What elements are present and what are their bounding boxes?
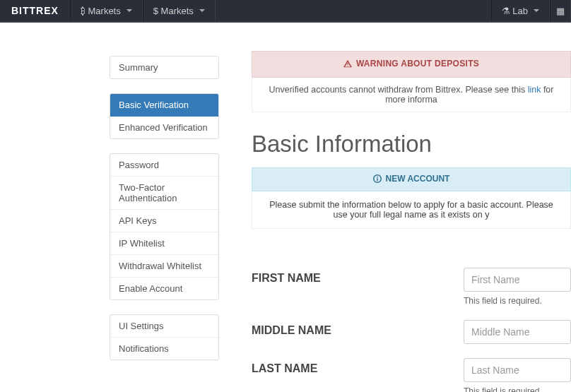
sidebar-item-notifications[interactable]: Notifications	[110, 338, 218, 360]
last-name-input[interactable]	[464, 358, 571, 382]
svg-rect-2	[377, 177, 378, 178]
sidebar-item-ui-settings[interactable]: UI Settings	[110, 315, 218, 338]
nav-markets-btc[interactable]: ₿ Markets	[70, 0, 143, 21]
basic-info-form: FIRST NAME This field is required. MIDDL…	[252, 268, 571, 392]
new-account-body: Please submit the information below to a…	[252, 191, 571, 229]
first-name-input[interactable]	[464, 268, 571, 292]
top-navbar: BITTREX ₿ Markets $ Markets ⚗ Lab ▦	[0, 0, 571, 23]
nav-markets-usd[interactable]: $ Markets	[143, 0, 216, 21]
first-name-help: This field is required.	[464, 296, 571, 306]
main-content: WARNING ABOUT DEPOSITS Unverified accoun…	[219, 23, 571, 392]
brand-logo[interactable]: BITTREX	[0, 0, 70, 21]
nav-markets-usd-label: $ Markets	[153, 6, 194, 16]
deposit-warning-body: Unverified accounts cannot withdraw from…	[252, 78, 571, 112]
sidebar-item-withdrawal-whitelist[interactable]: Withdrawal Whitelist	[110, 255, 218, 278]
nav-extra[interactable]: ▦	[550, 0, 571, 21]
nav-lab[interactable]: ⚗ Lab	[491, 0, 550, 21]
last-name-label: LAST NAME	[252, 358, 464, 375]
deposit-warning-alert: WARNING ABOUT DEPOSITS	[252, 51, 571, 78]
nav-lab-label: ⚗ Lab	[502, 6, 528, 16]
chevron-down-icon	[534, 9, 539, 12]
info-icon	[373, 174, 382, 183]
middle-name-label: MIDDLE NAME	[252, 320, 464, 337]
sidebar-item-two-factor[interactable]: Two-Factor Authentication	[110, 177, 218, 210]
last-name-help: This field is required.	[464, 386, 571, 392]
grid-icon: ▦	[556, 6, 565, 16]
sidebar-item-basic-verification[interactable]: Basic Verification	[110, 94, 218, 117]
warning-icon	[343, 59, 352, 68]
page-title: Basic Information	[252, 131, 571, 158]
sidebar-group-summary: Summary	[110, 56, 219, 79]
deposit-warning-title: WARNING ABOUT DEPOSITS	[356, 59, 479, 69]
nav-markets-btc-label: ₿ Markets	[81, 6, 121, 16]
deposit-warning-link[interactable]: link	[528, 85, 541, 95]
new-account-heading: NEW ACCOUNT	[252, 167, 571, 191]
sidebar-item-summary[interactable]: Summary	[110, 57, 218, 78]
sidebar-item-password[interactable]: Password	[110, 154, 218, 177]
sidebar-group-preferences: UI Settings Notifications	[110, 314, 219, 360]
sidebar-item-enable-account[interactable]: Enable Account	[110, 278, 218, 299]
sidebar-item-enhanced-verification[interactable]: Enhanced Verification	[110, 117, 218, 138]
sidebar-group-security: Password Two-Factor Authentication API K…	[110, 153, 219, 300]
first-name-label: FIRST NAME	[252, 268, 464, 285]
sidebar-group-verification: Basic Verification Enhanced Verification	[110, 93, 219, 139]
chevron-down-icon	[126, 9, 132, 12]
chevron-down-icon	[199, 9, 205, 12]
new-account-title: NEW ACCOUNT	[386, 174, 450, 184]
sidebar-item-api-keys[interactable]: API Keys	[110, 210, 218, 232]
svg-rect-1	[377, 178, 378, 181]
middle-name-input[interactable]	[464, 320, 571, 344]
deposit-warning-prefix: Unverified accounts cannot withdraw from…	[269, 85, 528, 95]
sidebar: Summary Basic Verification Enhanced Veri…	[0, 23, 219, 392]
sidebar-item-ip-whitelist[interactable]: IP Whitelist	[110, 232, 218, 255]
